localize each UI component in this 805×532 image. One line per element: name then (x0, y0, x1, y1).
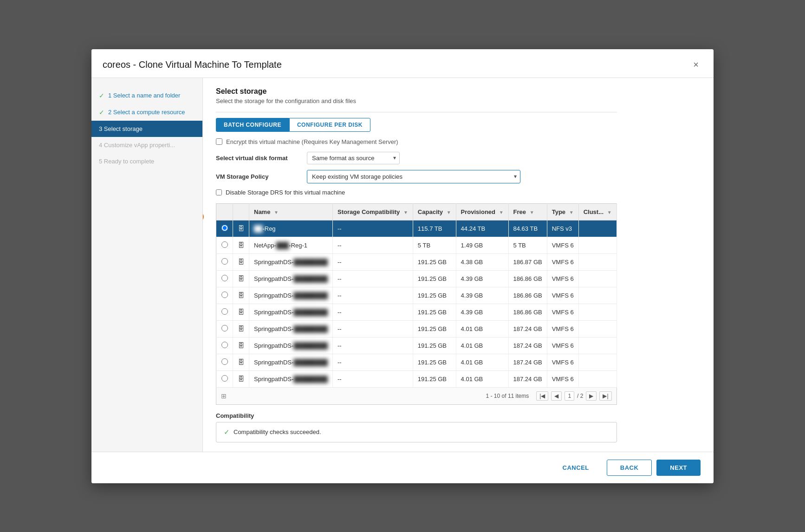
sort-icon-capacity[interactable]: ▼ (447, 210, 451, 215)
tab-batch-configure[interactable]: BATCH CONFIGURE (216, 118, 289, 132)
row-capacity: 115.7 TB (413, 220, 456, 237)
back-button[interactable]: BACK (607, 460, 652, 476)
encrypt-label[interactable]: Encrypt this virtual machine (Requires K… (226, 138, 398, 145)
row-name: SpringpathDS-████████ (249, 320, 333, 337)
row-provisioned: 4.01 GB (456, 337, 508, 354)
row-provisioned: 4.01 GB (456, 370, 508, 387)
row-cluster (578, 320, 617, 337)
sort-icon-type[interactable]: ▼ (569, 210, 574, 215)
compatibility-section: Compatibility ✓ Compatibility checks suc… (216, 412, 617, 442)
row-radio[interactable] (221, 258, 228, 265)
row-radio[interactable] (221, 292, 228, 298)
row-radio[interactable] (221, 342, 228, 348)
row-type: VMFS 6 (547, 304, 578, 320)
encrypt-checkbox[interactable] (216, 138, 222, 145)
table-footer: ⊞ 1 - 10 of 11 items |◀ ◀ 1 / 2 ▶ ▶| (216, 388, 617, 405)
row-free: 186.86 GB (508, 270, 547, 287)
row-compat: -- (332, 337, 413, 354)
page-prev-button[interactable]: ◀ (551, 391, 562, 401)
row-radio[interactable] (221, 325, 228, 331)
storage-table: Name ▼ Storage Compatibility ▼ Capacity (216, 203, 617, 388)
row-provisioned: 44.24 TB (456, 220, 508, 237)
row-compat: -- (332, 287, 413, 304)
disable-drs-row: Disable Storage DRS for this virtual mac… (216, 189, 617, 196)
table-row[interactable]: 🗄SpringpathDS-████████--191.25 GB4.39 GB… (216, 304, 617, 320)
dialog-header: coreos - Clone Virtual Machine To Templa… (91, 49, 714, 78)
total-pages: / 2 (577, 393, 583, 399)
row-name: SpringpathDS-████████ (249, 270, 333, 287)
storage-icon: 🗄 (233, 237, 249, 253)
sort-icon-free[interactable]: ▼ (530, 210, 534, 215)
row-free: 187.24 GB (508, 354, 547, 370)
table-row[interactable]: 🗄NetApp-███-Reg-1--5 TB1.49 GB5 TBVMFS 6 (216, 237, 617, 253)
storage-icon: 🗄 (233, 270, 249, 287)
row-radio[interactable] (221, 275, 228, 281)
compatibility-message: Compatibility checks succeeded. (234, 428, 321, 435)
disable-drs-checkbox[interactable] (216, 189, 222, 195)
row-radio[interactable] (221, 375, 228, 382)
row-capacity: 191.25 GB (413, 270, 456, 287)
table-row[interactable]: 🗄SpringpathDS-████████--191.25 GB4.01 GB… (216, 320, 617, 337)
row-compat: -- (332, 370, 413, 387)
table-row[interactable]: 🗄SpringpathDS-████████--191.25 GB4.39 GB… (216, 270, 617, 287)
row-name: SpringpathDS-████████ (249, 253, 333, 270)
row-radio[interactable] (221, 308, 228, 315)
storage-policy-select-wrapper: Keep existing VM storage policies (307, 170, 520, 183)
row-radio[interactable] (221, 241, 228, 248)
table-row[interactable]: 🗄SpringpathDS-████████--191.25 GB4.01 GB… (216, 370, 617, 387)
sort-icon-compat[interactable]: ▼ (403, 210, 408, 215)
disable-drs-label[interactable]: Disable Storage DRS for this virtual mac… (226, 189, 345, 196)
sort-icon-provisioned[interactable]: ▼ (499, 210, 504, 215)
row-provisioned: 4.39 GB (456, 287, 508, 304)
sidebar-item-step2[interactable]: ✓ 2 Select a compute resource (91, 104, 202, 121)
table-row[interactable]: 🗄SpringpathDS-████████--191.25 GB4.01 GB… (216, 337, 617, 354)
disk-format-select[interactable]: Same format as source (307, 152, 400, 164)
row-radio[interactable] (221, 358, 228, 365)
storage-icon: 🗄 (233, 354, 249, 370)
row-capacity: 191.25 GB (413, 370, 456, 387)
page-first-button[interactable]: |◀ (536, 391, 548, 401)
sidebar-item-step4: 4 Customize vApp properti... (91, 137, 202, 153)
storage-icon: 🗄 (233, 370, 249, 387)
page-next-button[interactable]: ▶ (586, 391, 597, 401)
th-select (216, 203, 233, 220)
table-row[interactable]: 🗄██-Reg--115.7 TB44.24 TB84.63 TBNFS v3 (216, 220, 617, 237)
sort-icon-name[interactable]: ▼ (274, 210, 279, 215)
tab-per-disk[interactable]: CONFIGURE PER DISK (289, 118, 370, 132)
row-type: VMFS 6 (547, 320, 578, 337)
sidebar-item-step3[interactable]: 3 Select storage (91, 121, 202, 137)
row-free: 187.24 GB (508, 370, 547, 387)
table-row[interactable]: 🗄SpringpathDS-████████--191.25 GB4.39 GB… (216, 287, 617, 304)
row-radio[interactable] (221, 225, 228, 231)
storage-icon: 🗄 (233, 320, 249, 337)
check-icon-step2: ✓ (99, 109, 104, 116)
row-name: SpringpathDS-████████ (249, 337, 333, 354)
row-type: VMFS 6 (547, 337, 578, 354)
page-last-button[interactable]: ▶| (599, 391, 611, 401)
row-compat: -- (332, 270, 413, 287)
row-type: VMFS 6 (547, 354, 578, 370)
row-type: VMFS 6 (547, 237, 578, 253)
next-button[interactable]: NEXT (656, 460, 701, 476)
sidebar-item-step1[interactable]: ✓ 1 Select a name and folder (91, 87, 202, 104)
row-name: SpringpathDS-████████ (249, 354, 333, 370)
row-compat: -- (332, 354, 413, 370)
section-header: Select storage Select the storage for th… (216, 87, 617, 112)
th-name: Name ▼ (249, 203, 333, 220)
storage-icon: 🗄 (233, 220, 249, 237)
disk-format-label: Select virtual disk format (216, 155, 299, 162)
table-row[interactable]: 🗄SpringpathDS-████████--191.25 GB4.38 GB… (216, 253, 617, 270)
table-row[interactable]: 🗄SpringpathDS-████████--191.25 GB4.01 GB… (216, 354, 617, 370)
sidebar-label-step1: 1 Select a name and folder (108, 92, 180, 99)
row-capacity: 191.25 GB (413, 337, 456, 354)
compatibility-title: Compatibility (216, 412, 617, 419)
storage-policy-select[interactable]: Keep existing VM storage policies (307, 170, 520, 183)
close-button[interactable]: × (689, 58, 702, 72)
disk-format-select-wrapper: Same format as source (307, 152, 400, 164)
sort-icon-cluster[interactable]: ▼ (607, 210, 612, 215)
step-badge-container: 1 (203, 212, 204, 222)
cancel-button[interactable]: CANCEL (550, 460, 602, 476)
row-type: VMFS 6 (547, 370, 578, 387)
sidebar: ✓ 1 Select a name and folder ✓ 2 Select … (91, 78, 203, 452)
section-subtitle: Select the storage for the configuration… (216, 97, 617, 104)
